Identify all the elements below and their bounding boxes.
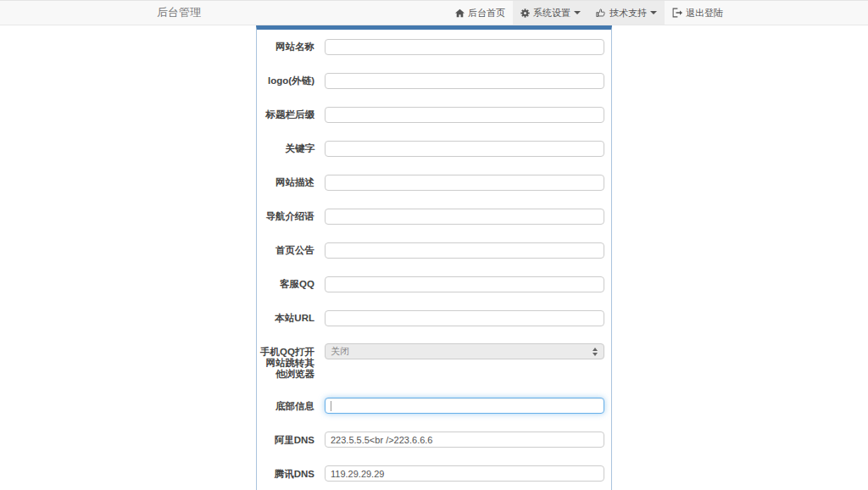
caret-down-icon <box>574 11 581 14</box>
nav-item-label: 退出登陆 <box>686 7 723 19</box>
field-input-col <box>325 208 604 225</box>
form-row: 标题栏后缀 <box>257 106 611 123</box>
form-row: 阿里DNS <box>257 432 611 448</box>
mobile-qq-redirect-select[interactable]: 关闭 <box>325 343 604 359</box>
field-input-col <box>325 106 604 123</box>
nav-item-support[interactable]: 技术支持 <box>588 1 665 25</box>
field-input-col <box>325 398 604 415</box>
nav-item-label: 系统设置 <box>533 7 570 19</box>
title-suffix-input[interactable] <box>325 107 604 123</box>
keywords-input[interactable] <box>325 141 604 157</box>
caret-down-icon <box>650 11 657 14</box>
site-name-input[interactable] <box>325 39 604 55</box>
field-label: 底部信息 <box>257 398 314 415</box>
field-label: 网站名称 <box>257 38 314 55</box>
nav-item-system[interactable]: 系统设置 <box>513 1 588 25</box>
logo-url-input[interactable] <box>325 73 604 89</box>
nav-intro-input[interactable] <box>325 209 604 225</box>
form-row: 首页公告 <box>257 242 611 259</box>
sign-out-icon <box>672 8 682 18</box>
field-label: 手机QQ打开网站跳转其他浏览器 <box>257 343 314 380</box>
home-notice-input[interactable] <box>325 242 604 259</box>
form-row: logo(外链) <box>257 72 611 89</box>
field-label: 标题栏后缀 <box>257 106 314 123</box>
field-label: 导航介绍语 <box>257 208 314 225</box>
form-row: 关键字 <box>257 140 611 157</box>
top-navbar: 后台管理 后台首页系统设置技术支持退出登陆 <box>0 0 868 25</box>
form-row: 网站描述 <box>257 174 611 191</box>
thumbs-up-icon <box>596 8 606 18</box>
home-icon <box>455 8 465 18</box>
form-row: 客服QQ <box>257 276 611 292</box>
field-label: 本站URL <box>257 309 314 326</box>
service-qq-input[interactable] <box>325 276 604 292</box>
field-input-col <box>325 242 604 259</box>
field-label: 腾讯DNS <box>257 465 314 482</box>
page-title: 后台管理 <box>157 1 201 25</box>
ali-dns-input[interactable] <box>325 432 604 448</box>
form-row: 网站名称 <box>257 38 611 55</box>
field-input-col: 关闭 <box>325 343 604 380</box>
field-input-col <box>325 38 604 55</box>
field-label: 阿里DNS <box>257 432 314 448</box>
form-row: 手机QQ打开网站跳转其他浏览器关闭 <box>257 343 611 380</box>
field-input-col <box>325 276 604 292</box>
settings-panel: 网站名称logo(外链)标题栏后缀关键字网站描述导航介绍语首页公告客服QQ本站U… <box>256 25 612 490</box>
field-input-col <box>325 432 604 448</box>
field-input-col <box>325 174 604 191</box>
field-input-col <box>325 72 604 89</box>
tencent-dns-input[interactable] <box>325 465 604 482</box>
select-stepper-icon <box>593 348 598 356</box>
nav-item-label: 技术支持 <box>609 7 647 19</box>
text-caret <box>331 401 331 411</box>
nav-item-label: 后台首页 <box>468 7 505 19</box>
nav-item-logout[interactable]: 退出登陆 <box>665 1 731 25</box>
navbar-menu: 后台首页系统设置技术支持退出登陆 <box>448 1 731 25</box>
select-value: 关闭 <box>331 346 349 356</box>
site-description-input[interactable] <box>325 175 604 191</box>
field-label: 客服QQ <box>257 276 314 292</box>
field-label: 首页公告 <box>257 242 314 259</box>
form-row: 导航介绍语 <box>257 208 611 225</box>
gear-icon <box>520 8 530 18</box>
form-row: 底部信息 <box>257 398 611 415</box>
field-label: logo(外链) <box>257 72 314 89</box>
form-row: 腾讯DNS <box>257 465 611 482</box>
field-label: 网站描述 <box>257 174 314 191</box>
footer-info-input[interactable] <box>325 398 604 414</box>
field-input-col <box>325 140 604 157</box>
site-url-input[interactable] <box>325 310 604 326</box>
field-input-col <box>325 309 604 326</box>
nav-item-home[interactable]: 后台首页 <box>448 1 513 25</box>
settings-form: 网站名称logo(外链)标题栏后缀关键字网站描述导航介绍语首页公告客服QQ本站U… <box>257 38 611 490</box>
field-input-col <box>325 465 604 482</box>
form-row: 本站URL <box>257 309 611 326</box>
field-label: 关键字 <box>257 140 314 157</box>
